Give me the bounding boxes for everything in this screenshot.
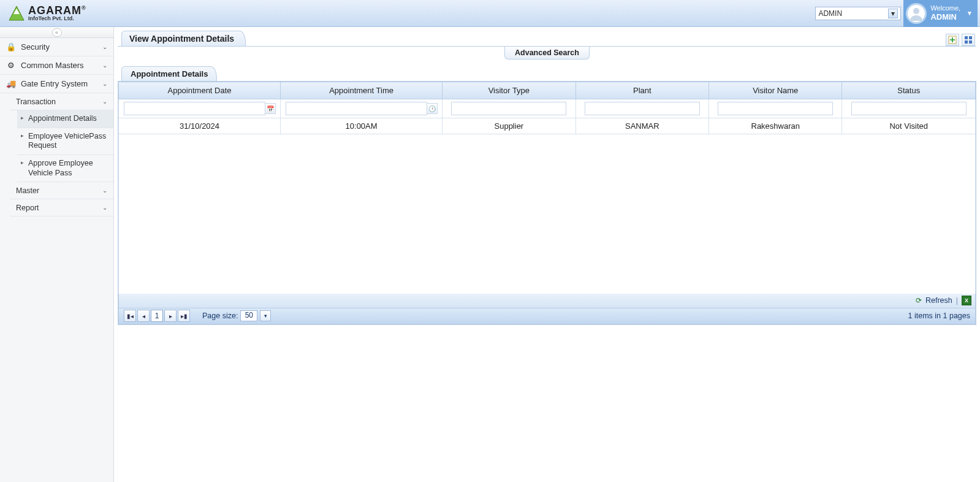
gear-icon: ⚙: [6, 61, 16, 70]
sidebar-item-gate-entry-system[interactable]: 🚚 Gate Entry System ⌄: [0, 75, 113, 93]
welcome-text: Welcome, ADMIN: [930, 4, 960, 22]
grid-layout-button[interactable]: [962, 34, 975, 46]
cell-visitor-name: Rakeshwaran: [709, 118, 842, 134]
welcome-menu[interactable]: Welcome, ADMIN ▼: [903, 0, 978, 27]
clock-icon[interactable]: 🕒: [427, 103, 438, 114]
cell-appointment-time: 10:00AM: [281, 118, 443, 134]
pager-last-button[interactable]: ▸▮: [178, 310, 190, 322]
chevron-down-icon: ⌄: [102, 187, 107, 194]
content-area: View Appointment Details Advanced Search…: [114, 27, 980, 482]
col-appointment-time[interactable]: Appointment Time: [281, 82, 443, 99]
sidebar-item-employee-vehiclepass-request[interactable]: Employee VehiclePass Request: [17, 128, 113, 155]
filter-appointment-date[interactable]: [124, 102, 265, 115]
sidebar-item-label: Common Masters: [21, 61, 84, 70]
sidebar-item-appointment-details[interactable]: Appointment Details: [17, 110, 113, 128]
filter-row: 📅 🕒: [119, 99, 976, 118]
sidebar-item-transaction[interactable]: Transaction ⌄: [10, 93, 113, 110]
svg-point-0: [913, 8, 919, 14]
svg-rect-5: [969, 36, 972, 39]
subtab-label: Appointment Details: [131, 69, 208, 78]
appointment-grid: Appointment Date Appointment Time Visito…: [118, 81, 976, 325]
svg-rect-6: [965, 40, 968, 44]
page-size-dropdown[interactable]: ▾: [260, 310, 271, 321]
cell-status: Not Visited: [842, 118, 976, 134]
filter-status[interactable]: [851, 102, 967, 115]
sidebar-item-approve-employee-vehicle-pass[interactable]: Approve Employee Vehicle Pass: [17, 155, 113, 182]
col-visitor-name[interactable]: Visitor Name: [709, 82, 842, 99]
tab-view-appointment-details[interactable]: View Appointment Details: [121, 31, 246, 46]
sidebar-item-label: Transaction: [16, 98, 56, 106]
add-record-button[interactable]: [946, 34, 959, 46]
page-tab-strip: View Appointment Details: [118, 29, 976, 47]
chevron-down-icon: ▼: [967, 10, 973, 17]
cell-plant: SANMAR: [575, 118, 708, 134]
filter-visitor-name[interactable]: [718, 102, 833, 115]
pager-bar: ▮◂ ◂ 1 ▸ ▸▮ Page size: 50 ▾ 1 items in 1…: [118, 308, 976, 324]
sidebar-item-label: Gate Entry System: [21, 79, 88, 88]
pager-items-info: 1 items in 1 pages: [908, 312, 970, 320]
sidebar-item-label: Master: [16, 186, 39, 195]
sidebar-item-security[interactable]: 🔒 Security ⌄: [0, 38, 113, 56]
col-visitor-type[interactable]: Visitor Type: [443, 82, 575, 99]
page-size-label: Page size:: [202, 312, 238, 320]
svg-rect-4: [965, 36, 968, 39]
chevron-down-icon: ⌄: [102, 98, 107, 105]
separator: |: [956, 296, 958, 305]
refresh-label: Refresh: [925, 296, 952, 305]
advanced-search-toggle[interactable]: Advanced Search: [504, 47, 590, 59]
brand-logo-icon: [7, 4, 26, 23]
app-header: AGARAM® InfoTech Pvt. Ltd. ADMIN ▾ Welco…: [0, 0, 980, 27]
export-excel-button[interactable]: X: [962, 296, 971, 305]
filter-plant[interactable]: [585, 102, 700, 115]
sidebar-item-label: Approve Employee Vehicle Pass: [28, 159, 107, 178]
svg-rect-7: [969, 40, 972, 44]
lock-icon: 🔒: [6, 42, 16, 52]
cell-appointment-date: 31/10/2024: [119, 118, 281, 134]
sidebar-collapse-button[interactable]: «: [52, 28, 62, 37]
filter-visitor-type[interactable]: [451, 102, 566, 115]
brand-name: AGARAM®: [28, 5, 86, 16]
chevron-down-icon: ⌄: [102, 204, 107, 211]
sidebar-item-report[interactable]: Report ⌄: [10, 199, 113, 216]
sidebar-collapse-bar: «: [0, 27, 113, 38]
subtab-appointment-details[interactable]: Appointment Details: [121, 66, 217, 81]
brand-subtitle: InfoTech Pvt. Ltd.: [28, 16, 86, 21]
avatar-icon: [906, 3, 927, 24]
pager-next-button[interactable]: ▸: [164, 310, 177, 322]
user-dropdown-value: ADMIN: [818, 9, 842, 18]
sidebar-item-common-masters[interactable]: ⚙ Common Masters ⌄: [0, 56, 113, 75]
sidebar-item-label: Report: [16, 204, 39, 212]
pager-first-button[interactable]: ▮◂: [124, 310, 136, 322]
sidebar: « 🔒 Security ⌄ ⚙ Common Masters ⌄ 🚚 Gate…: [0, 27, 114, 482]
refresh-icon: ⟳: [914, 296, 923, 305]
calendar-icon[interactable]: 📅: [265, 103, 276, 114]
advanced-search-label: Advanced Search: [515, 48, 579, 57]
pager-current-page[interactable]: 1: [151, 310, 163, 322]
page-size-value[interactable]: 50: [240, 310, 257, 321]
sidebar-item-label: Employee VehiclePass Request: [28, 132, 107, 151]
tab-label: View Appointment Details: [129, 34, 234, 44]
chevron-down-icon: ⌄: [102, 62, 107, 69]
grid-toolbar: ⟳ Refresh | X: [118, 294, 976, 308]
chevron-down-icon: ⌄: [102, 44, 107, 50]
pager-prev-button[interactable]: ◂: [137, 310, 150, 322]
chevron-down-icon: ⌄: [102, 80, 107, 87]
brand-logo: AGARAM® InfoTech Pvt. Ltd.: [7, 4, 86, 23]
filter-appointment-time[interactable]: [286, 102, 427, 115]
refresh-button[interactable]: ⟳ Refresh: [914, 296, 952, 305]
cell-visitor-type: Supplier: [443, 118, 575, 134]
col-appointment-date[interactable]: Appointment Date: [119, 82, 281, 99]
chevron-down-icon: ▾: [888, 9, 898, 18]
sidebar-item-label: Appointment Details: [28, 114, 97, 124]
svg-rect-3: [950, 39, 955, 40]
user-dropdown[interactable]: ADMIN ▾: [815, 7, 901, 20]
col-status[interactable]: Status: [842, 82, 976, 99]
table-row[interactable]: 31/10/2024 10:00AM Supplier SANMAR Rakes…: [119, 118, 976, 134]
sidebar-item-master[interactable]: Master ⌄: [10, 182, 113, 199]
col-plant[interactable]: Plant: [575, 82, 708, 99]
sidebar-item-label: Security: [21, 42, 50, 52]
truck-icon: 🚚: [6, 79, 16, 88]
